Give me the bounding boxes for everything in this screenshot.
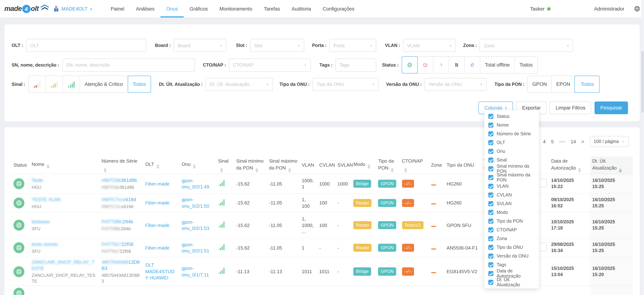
dt-ult-select[interactable]: Dt. Últ. Atualização∨ [206, 78, 273, 91]
onu-name-link[interactable]: TESTE VLAN [32, 196, 97, 203]
column-toggle-1[interactable]: Nome [484, 121, 539, 130]
column-header-olt[interactable]: OLT [143, 156, 179, 174]
column-header-sinal_max[interactable]: Sinal máximo da PON [267, 156, 300, 174]
column-header-onu[interactable]: Onu [179, 156, 216, 174]
checkbox-checked-icon[interactable] [488, 131, 493, 136]
column-header-dt_ult[interactable]: Dt. Últ. Atualização [590, 156, 633, 174]
nav-item-gráficos[interactable]: Gráficos [184, 0, 214, 18]
sinal-bom-button[interactable] [63, 76, 80, 92]
pagination-next-button[interactable]: > [582, 139, 584, 144]
checkbox-checked-icon[interactable] [488, 245, 493, 250]
sort-carets-icon[interactable] [255, 168, 258, 172]
cto-nap-badge[interactable]: --/-- [402, 268, 414, 276]
column-header-cto[interactable]: CTO/NAP [400, 156, 429, 174]
organization-selector[interactable]: MADE4OLT ∨ [53, 6, 92, 12]
onu-name-link[interactable]: Teste [32, 177, 97, 184]
column-toggle-8[interactable]: VLAN [484, 182, 539, 190]
status-offline-button[interactable] [418, 57, 433, 73]
onu-link[interactable]: gpon-onu_0/2/1:50 [182, 196, 214, 209]
status-todos-button[interactable]: Todos [515, 57, 538, 73]
olt-link[interactable]: Fiber-made [145, 244, 177, 251]
column-toggle-2[interactable]: Número de Série [484, 130, 539, 138]
onu-name-link[interactable]: teste remoto [32, 241, 97, 248]
checkbox-checked-icon[interactable] [488, 227, 493, 232]
column-header-name[interactable]: Nome [30, 156, 99, 174]
checkbox-checked-icon[interactable] [488, 236, 493, 241]
onu-link[interactable]: gpon-onu_0/2/1:51 [182, 242, 214, 254]
nav-item-onus[interactable]: Onus [160, 0, 184, 18]
column-toggle-0[interactable]: Status [484, 112, 539, 121]
column-header-serial[interactable]: Número de Série [99, 156, 143, 174]
column-toggle-5[interactable]: Sinal [484, 156, 539, 164]
pon-todos-button[interactable]: Todos [575, 76, 600, 92]
column-header-modo[interactable]: Modo [351, 156, 376, 174]
column-header-sinal_min[interactable]: Sinal mínimo da PON [234, 156, 267, 174]
status-unprovisioned-button[interactable] [449, 57, 465, 73]
column-toggle-11[interactable]: Modo [484, 208, 539, 217]
nav-item-tarefas[interactable]: Tarefas [258, 0, 286, 18]
checkbox-checked-icon[interactable] [488, 262, 493, 267]
nav-item-análises[interactable]: Análises [130, 0, 160, 18]
olt-link[interactable]: Fiber-made [145, 200, 177, 206]
serial-link[interactable]: 48575443A813D8B3 [102, 259, 141, 272]
nav-item-auditoria[interactable]: Auditoria [286, 0, 317, 18]
serial-link[interactable]: FHTT0f9c294b [102, 219, 141, 225]
language-button[interactable] [634, 6, 640, 12]
column-header-sinal[interactable]: Sinal [216, 156, 234, 174]
olt-link[interactable]: OLT MADE4STUDY HUAWEI [145, 262, 177, 281]
sort-carets-icon[interactable] [578, 168, 581, 172]
vlan-select[interactable]: VLAN∨ [403, 39, 456, 52]
onu-link[interactable]: gpon-onu_0/2/1:53 [182, 219, 214, 232]
pagination-page-5[interactable]: 5 [551, 139, 554, 144]
olt-input[interactable] [26, 39, 146, 52]
olt-link[interactable]: Fiber-made [145, 180, 177, 187]
sn-input[interactable] [62, 58, 195, 72]
olt-link[interactable]: Fiber-made [145, 222, 177, 228]
tasker-status[interactable]: Tasker [530, 6, 550, 12]
column-toggle-18[interactable]: Data de Autorização [484, 269, 539, 278]
sinal-atencao-button[interactable] [46, 76, 63, 92]
checkbox-checked-icon[interactable] [488, 254, 493, 259]
pagination-ellipsis[interactable]: ••• [559, 139, 565, 144]
cto-nap-badge[interactable]: --/-- [402, 244, 414, 252]
column-header-tipo_pon[interactable]: Tipo da PON [376, 156, 400, 174]
pagination-page-4[interactable]: 4 [543, 139, 546, 144]
column-toggle-4[interactable]: Onu [484, 147, 539, 156]
pesquisar-button[interactable]: Pesquisar [594, 102, 628, 114]
page-size-select[interactable]: 100 / página∨ [590, 136, 629, 147]
checkbox-checked-icon[interactable] [488, 271, 493, 276]
sort-carets-icon[interactable] [390, 168, 394, 172]
checkbox-checked-icon[interactable] [488, 210, 493, 215]
cto-nap-select[interactable]: CTO/NAP∨ [229, 58, 311, 72]
column-toggle-19[interactable]: Dt. Últ. Atualização [484, 278, 539, 287]
onu-name-link[interactable]: testeeee [32, 219, 97, 225]
column-toggle-14[interactable]: Zona [484, 234, 539, 243]
cto-nap-badge[interactable]: --/-- [402, 199, 414, 207]
column-toggle-13[interactable]: CTO/NAP [484, 226, 539, 234]
checkbox-checked-icon[interactable] [488, 218, 493, 224]
column-toggle-3[interactable]: OLT [484, 138, 539, 147]
checkbox-checked-icon[interactable] [488, 166, 493, 171]
column-header-data_aut[interactable]: Data de Autorização [549, 156, 590, 174]
checkbox-checked-icon[interactable] [488, 158, 493, 162]
onu-name-link[interactable]: ZANCLAIR_DHCP_RELAY_TESTE [32, 259, 97, 272]
pon-gpon-button[interactable]: GPON [528, 76, 552, 92]
column-toggle-12[interactable]: Tipo da PON [484, 217, 539, 226]
column-toggle-7[interactable]: Sinal máximo da PON [484, 173, 539, 182]
sort-carets-icon[interactable] [220, 168, 223, 172]
checkbox-checked-icon[interactable] [488, 184, 493, 189]
tipo-onu-select[interactable]: Tipo da ONU∨ [312, 78, 379, 91]
serial-link[interactable]: HWTCbb361d96 [102, 177, 141, 184]
cto-nap-badge[interactable]: Teste1/1 [402, 221, 424, 229]
checkbox-checked-icon[interactable] [488, 201, 493, 206]
versao-onu-select[interactable]: Versão da ONU∨ [424, 78, 486, 91]
nav-item-painel[interactable]: Painel [105, 0, 130, 18]
sinal-todos-button[interactable]: Todos [128, 76, 150, 92]
status-los-button[interactable] [433, 57, 449, 73]
sinal-atencao-critico-button[interactable]: Atenção & Crítico [80, 76, 128, 92]
onu-link[interactable]: gpon-onu_0/1/7:11 [182, 265, 214, 278]
checkbox-checked-icon[interactable] [488, 175, 493, 180]
checkbox-checked-icon[interactable] [488, 280, 493, 285]
sort-carets-icon[interactable] [368, 164, 370, 169]
checkbox-checked-icon[interactable] [488, 192, 493, 198]
